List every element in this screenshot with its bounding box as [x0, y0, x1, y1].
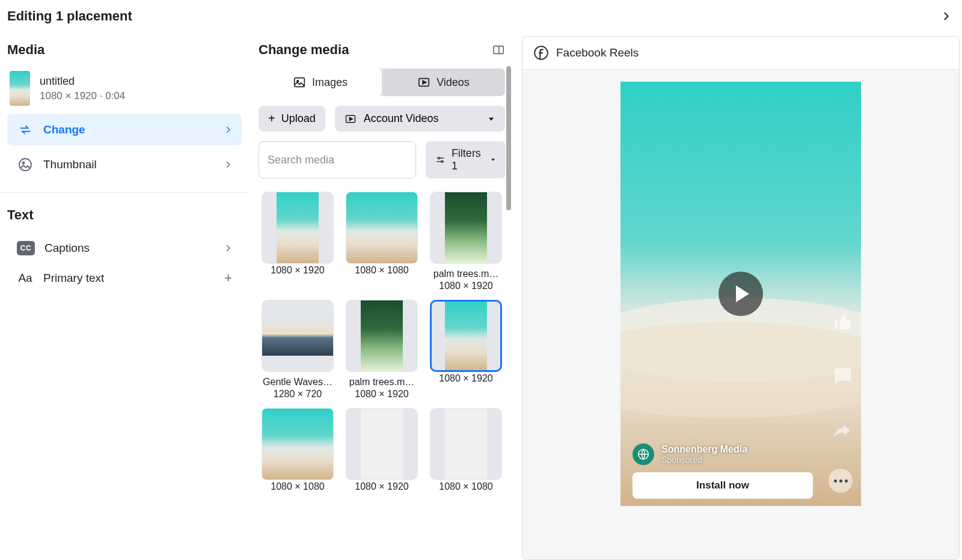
svg-point-1: [19, 159, 31, 171]
page-title: Editing 1 placement: [7, 8, 132, 24]
media-thumbnail: [430, 300, 502, 372]
reel-side-actions: [833, 312, 853, 440]
media-thumbnail: [262, 300, 334, 372]
svg-marker-10: [349, 117, 352, 120]
chevron-right-icon: [224, 160, 232, 169]
media-item-title: palm trees.m…: [349, 377, 414, 388]
media-thumbnail: [346, 408, 418, 480]
tab-images-label: Images: [312, 76, 348, 89]
svg-rect-3: [494, 46, 504, 54]
svg-rect-24: [361, 409, 403, 479]
media-name: untitled: [40, 75, 125, 88]
svg-point-13: [438, 157, 440, 159]
tab-images[interactable]: Images: [259, 68, 382, 96]
media-item-dimensions: 1080 × 1920: [439, 373, 492, 384]
svg-marker-16: [491, 159, 495, 161]
svg-rect-18: [346, 192, 417, 263]
share-icon[interactable]: [833, 421, 853, 440]
video-icon: [345, 113, 357, 125]
media-item[interactable]: 1080 × 1920: [259, 192, 337, 291]
media-section-title: Media: [7, 42, 242, 58]
caret-down-icon: [487, 115, 495, 123]
svg-rect-25: [445, 409, 487, 479]
left-sidebar: Media untitled 1080 × 1920 · 0:04 Change…: [0, 30, 248, 560]
media-item-dimensions: 1080 × 1080: [355, 265, 408, 276]
sponsored-label: Sponsored: [661, 455, 747, 464]
media-item-dimensions: 1080 × 1080: [271, 481, 324, 492]
svg-rect-21: [361, 300, 403, 371]
media-item[interactable]: 1080 × 1920: [427, 300, 505, 400]
video-icon: [417, 76, 430, 89]
like-icon[interactable]: [833, 312, 853, 332]
current-media-card[interactable]: untitled 1080 × 1920 · 0:04: [7, 68, 242, 114]
media-thumbnail: [262, 408, 334, 480]
play-button[interactable]: [718, 272, 763, 316]
captions-button[interactable]: CC Captions: [7, 234, 242, 263]
plus-icon: +: [224, 270, 232, 286]
media-item[interactable]: palm trees.m…1080 × 1920: [427, 192, 505, 291]
plus-icon: +: [268, 112, 275, 126]
thumbnail-label: Thumbnail: [43, 158, 214, 171]
swap-icon: [17, 121, 34, 138]
media-thumbnail: [346, 192, 418, 264]
svg-rect-23: [262, 409, 333, 479]
media-item-dimensions: 1280 × 720: [274, 389, 322, 400]
svg-rect-20: [262, 316, 333, 356]
account-videos-dropdown[interactable]: Account Videos: [335, 106, 505, 132]
media-item[interactable]: palm trees.m…1080 × 1920: [343, 300, 421, 400]
filters-button[interactable]: Filters 1: [426, 141, 506, 178]
svg-point-15: [441, 160, 443, 162]
text-section-title: Text: [7, 207, 242, 223]
primary-text-label: Primary text: [43, 272, 215, 285]
media-item-dimensions: 1080 × 1920: [439, 281, 492, 291]
media-type-tabs: Images Videos: [259, 68, 505, 96]
media-thumbnail: [10, 71, 30, 106]
tab-videos-label: Videos: [437, 76, 470, 89]
cc-icon: CC: [17, 241, 35, 255]
media-item[interactable]: 1080 × 1080: [259, 408, 337, 492]
media-thumbnail: [430, 408, 502, 480]
advertiser-row[interactable]: Sonnenberg Media Sponsored: [633, 443, 849, 465]
sliders-icon: [435, 154, 446, 166]
advertiser-name: Sonnenberg Media: [661, 444, 747, 455]
scrollbar[interactable]: [506, 66, 511, 210]
preview-panel: Facebook Reels: [522, 36, 960, 560]
media-item[interactable]: Gentle Waves…1280 × 720: [259, 300, 337, 400]
preview-placement-label: Facebook Reels: [556, 46, 639, 59]
media-item[interactable]: 1080 × 1080: [427, 408, 505, 492]
divider: [0, 192, 249, 193]
primary-text-button[interactable]: Aa Primary text +: [7, 263, 242, 294]
change-button[interactable]: Change: [7, 114, 242, 145]
svg-point-2: [23, 162, 25, 164]
change-media-title: Change media: [259, 42, 349, 58]
change-label: Change: [43, 123, 214, 136]
advertiser-avatar: [633, 443, 654, 465]
change-media-panel: Change media Images Videos + Upload Acco…: [248, 30, 512, 560]
media-item[interactable]: 1080 × 1080: [343, 192, 421, 291]
chevron-right-icon[interactable]: [940, 11, 951, 22]
image-icon: [293, 76, 306, 89]
cta-button[interactable]: Install now: [633, 472, 813, 499]
play-icon: [736, 285, 749, 302]
svg-rect-17: [277, 192, 319, 263]
thumbnail-button[interactable]: Thumbnail: [7, 149, 242, 180]
chevron-right-icon: [224, 244, 232, 252]
captions-label: Captions: [44, 242, 214, 255]
comment-icon[interactable]: [833, 367, 853, 386]
media-meta: 1080 × 1920 · 0:04: [40, 90, 125, 102]
preview-phone: Sonnenberg Media Sponsored Install now: [620, 82, 861, 506]
text-aa-icon: Aa: [17, 270, 34, 287]
panel-toggle-icon[interactable]: [492, 43, 505, 56]
upload-button[interactable]: + Upload: [259, 106, 325, 132]
media-thumbnail: [346, 300, 418, 372]
media-item-dimensions: 1080 × 1920: [355, 389, 408, 400]
search-input[interactable]: [259, 141, 416, 178]
media-thumbnail: [430, 192, 502, 264]
media-item[interactable]: 1080 × 1920: [343, 408, 421, 492]
media-grid: 1080 × 19201080 × 1080palm trees.m…1080 …: [259, 192, 505, 492]
tab-videos[interactable]: Videos: [382, 68, 505, 96]
media-item-dimensions: 1080 × 1080: [439, 481, 492, 492]
facebook-icon: [533, 45, 549, 61]
upload-label: Upload: [281, 112, 316, 125]
svg-point-29: [620, 322, 861, 418]
